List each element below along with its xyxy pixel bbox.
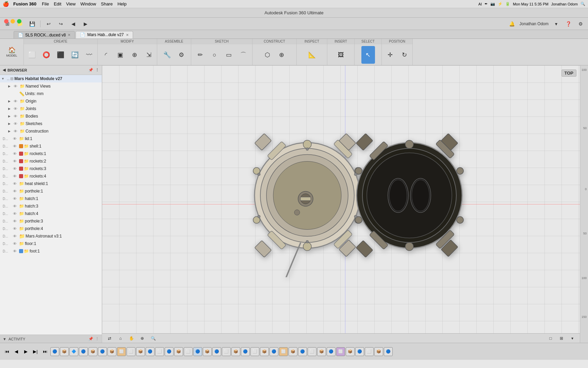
modify-fillet-button[interactable]: ◜ bbox=[99, 46, 113, 64]
named-views-eye[interactable]: 👁 bbox=[14, 84, 19, 88]
joints-eye[interactable]: 👁 bbox=[14, 107, 19, 111]
bodies-eye[interactable]: 👁 bbox=[14, 114, 19, 118]
tree-sketches[interactable]: ▶ 👁 📁 Sketches bbox=[0, 120, 102, 127]
tl-item-15[interactable]: ⬜ bbox=[184, 347, 193, 356]
modify-combine-button[interactable]: ⊕ bbox=[128, 46, 141, 64]
astronaut-eye[interactable]: 👁 bbox=[13, 234, 18, 238]
position-move-button[interactable]: ✛ bbox=[383, 46, 397, 64]
tl-item-12[interactable]: ⬜ bbox=[155, 347, 164, 356]
sketch-arc-button[interactable]: ⌒ bbox=[236, 46, 250, 64]
tl-item-20[interactable]: 📦 bbox=[231, 347, 240, 356]
tree-shell1[interactable]: D... 👁 📁 shell:1 bbox=[0, 142, 102, 150]
viewport-nav-left[interactable]: ⇄ bbox=[105, 334, 114, 343]
tree-hatch4[interactable]: D... 👁 📁 hatch:4 bbox=[0, 210, 102, 217]
display-mode-solid[interactable]: □ bbox=[546, 334, 555, 343]
construction-eye[interactable]: 👁 bbox=[14, 129, 19, 133]
tree-origin[interactable]: ▶ 👁 📁 Origin bbox=[0, 97, 102, 105]
modify-shell-button[interactable]: ▣ bbox=[113, 46, 127, 64]
tl-item-14[interactable]: 📦 bbox=[174, 347, 183, 356]
position-rotate-button[interactable]: ↻ bbox=[397, 46, 411, 64]
modify-scale-button[interactable]: ⇲ bbox=[142, 46, 156, 64]
tl-item-23[interactable]: 📦 bbox=[260, 347, 269, 356]
floor1-eye[interactable]: 👁 bbox=[13, 242, 18, 246]
notifications-button[interactable]: 🔔 bbox=[507, 19, 517, 29]
tree-units[interactable]: 📏 Units: mm bbox=[0, 90, 102, 97]
tl-item-27[interactable]: 🔵 bbox=[298, 347, 307, 356]
menu-window[interactable]: Window bbox=[80, 1, 96, 6]
tl-item-1[interactable]: 🔵 bbox=[50, 347, 59, 356]
app-name[interactable]: Fusion 360 bbox=[13, 1, 36, 6]
sketches-eye[interactable]: 👁 bbox=[14, 122, 19, 126]
viewport[interactable]: TOP 100 50 0 50 100 150 bbox=[102, 65, 588, 343]
undo-button[interactable]: ↩ bbox=[44, 19, 53, 29]
tree-porthole4[interactable]: D... 👁 📁 porthole:4 bbox=[0, 225, 102, 232]
minimize-button[interactable] bbox=[11, 19, 15, 24]
sidebar-bottom-menu[interactable]: ⋮ bbox=[95, 337, 99, 341]
help-button[interactable]: ❓ bbox=[564, 19, 573, 29]
porthole1-eye[interactable]: 👁 bbox=[13, 189, 18, 193]
nav-forward[interactable]: ▶ bbox=[81, 19, 90, 29]
tl-item-17[interactable]: 📦 bbox=[203, 347, 212, 356]
tree-lid1[interactable]: D... 👁 📁 lid:1 bbox=[0, 135, 102, 142]
timeline-play[interactable]: ▶ bbox=[22, 348, 30, 356]
tl-item-24[interactable]: 🔵 bbox=[270, 347, 278, 356]
tl-item-11[interactable]: 🔵 bbox=[146, 347, 154, 356]
tl-item-26[interactable]: 📦 bbox=[289, 347, 297, 356]
tree-rockets4[interactable]: D... 👁 📁 rockets:4 bbox=[0, 172, 102, 180]
heatshield1-eye[interactable]: 👁 bbox=[13, 182, 18, 186]
search-icon[interactable]: 🔍 bbox=[581, 2, 585, 6]
viewport-zoom-out[interactable]: 🔍 bbox=[148, 334, 158, 343]
rockets1-eye[interactable]: 👁 bbox=[13, 152, 18, 156]
sidebar-collapse-icon[interactable]: ◀ bbox=[3, 68, 5, 72]
tree-hatch3[interactable]: D... 👁 📁 hatch:3 bbox=[0, 202, 102, 210]
tl-item-8[interactable]: ⬜ bbox=[117, 347, 126, 356]
create-box-button[interactable]: ⬜ bbox=[25, 46, 39, 64]
apple-menu[interactable]: 🍎 bbox=[3, 1, 9, 7]
tree-floor1[interactable]: D... 👁 📁 floor:1 bbox=[0, 240, 102, 247]
sidebar-menu-icon[interactable]: ⋮ bbox=[95, 68, 99, 72]
tl-item-5[interactable]: 📦 bbox=[88, 347, 97, 356]
tl-item-10[interactable]: 📦 bbox=[136, 347, 145, 356]
model-home-button[interactable]: 🏠 MODEL bbox=[5, 43, 19, 61]
tl-item-2[interactable]: 📦 bbox=[60, 347, 69, 356]
porthole3-eye[interactable]: 👁 bbox=[13, 219, 18, 223]
tl-item-36[interactable]: 🔵 bbox=[384, 347, 393, 356]
assemble-joint-button[interactable]: ⚙ bbox=[175, 46, 188, 64]
insert-image-button[interactable]: 🖼 bbox=[334, 46, 348, 64]
menu-edit[interactable]: Edit bbox=[54, 1, 61, 6]
save-button[interactable]: 💾 bbox=[27, 19, 37, 29]
rockets3-eye[interactable]: 👁 bbox=[13, 167, 18, 171]
tree-root[interactable]: ▼ ... ⊞ Mars Habitat Module v27 bbox=[0, 75, 102, 82]
tl-item-6[interactable]: 🔵 bbox=[98, 347, 107, 356]
viewport-home[interactable]: ⌂ bbox=[116, 334, 125, 343]
tab-sls-close[interactable]: ✕ bbox=[68, 33, 70, 37]
tree-hatch1[interactable]: D... 👁 📁 hatch:1 bbox=[0, 195, 102, 202]
hatch3-eye[interactable]: 👁 bbox=[13, 204, 18, 208]
rockets4-eye[interactable]: 👁 bbox=[13, 174, 18, 178]
tl-item-30[interactable]: 🔵 bbox=[327, 347, 336, 356]
tl-item-13[interactable]: 🔵 bbox=[165, 347, 174, 356]
display-settings[interactable]: ▾ bbox=[568, 334, 577, 343]
timeline-start[interactable]: ⏮ bbox=[3, 348, 11, 356]
tl-item-7[interactable]: 📦 bbox=[108, 347, 116, 356]
tree-astronaut[interactable]: D... 👁 📁 Mars Astronaut v3:1 bbox=[0, 232, 102, 240]
tl-item-16[interactable]: 🔵 bbox=[193, 347, 202, 356]
tree-construction[interactable]: ▶ 👁 📁 Construction bbox=[0, 127, 102, 135]
sidebar-bottom-pin[interactable]: 📌 bbox=[88, 337, 93, 341]
shell1-eye[interactable]: 👁 bbox=[13, 144, 18, 148]
tab-mars-close[interactable]: ✕ bbox=[126, 33, 129, 37]
viewport-zoom-fit[interactable]: ⊕ bbox=[137, 334, 147, 343]
select-button[interactable]: ↖ bbox=[361, 46, 375, 64]
tl-item-35[interactable]: 📦 bbox=[374, 347, 383, 356]
construct-plane-button[interactable]: ⬡ bbox=[261, 46, 274, 64]
tree-bodies[interactable]: ▶ 👁 📁 Bodies bbox=[0, 112, 102, 120]
assemble-new-button[interactable]: 🔧 bbox=[160, 46, 174, 64]
lid1-eye[interactable]: 👁 bbox=[13, 137, 18, 141]
create-sweep-button[interactable]: 〰 bbox=[82, 46, 96, 64]
tree-joints[interactable]: ▶ 👁 📁 Joints bbox=[0, 105, 102, 112]
timeline-prev[interactable]: ◀ bbox=[12, 348, 20, 356]
tree-named-views[interactable]: ▶ 👁 📁 Named Views bbox=[0, 82, 102, 90]
tab-sls[interactable]: 📄 SLS ROCK...duced v8 ✕ bbox=[14, 31, 75, 39]
tl-item-34[interactable]: ⬜ bbox=[365, 347, 374, 356]
tree-rockets3[interactable]: D... 👁 📁 rockets:3 bbox=[0, 165, 102, 172]
